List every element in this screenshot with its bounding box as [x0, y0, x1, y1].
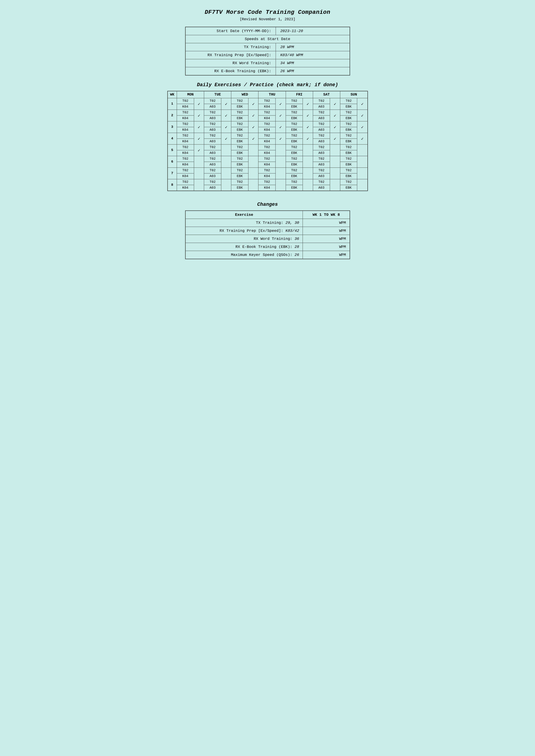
changes-label-2: RX Word Training: 36 [185, 235, 303, 243]
wk-cell-3: 3 [168, 122, 177, 133]
check-sun-wk4: ✓ [357, 133, 368, 145]
ex2-sun-wk2: EBK [340, 116, 357, 122]
ex1-sun-wk1: T02 [340, 98, 357, 104]
ex1-wed-wk8: T02 [231, 179, 248, 185]
ex1-sat-wk2: T02 [313, 110, 330, 116]
check-wed-wk5 [248, 145, 259, 156]
ex1-tue-wk1: T02 [204, 98, 221, 104]
week-row-8-ex1: 8T02T02T02T02T02T02T02 [168, 179, 368, 185]
rx-prep-label: RX Training Prep [Ex/Speed]: [185, 51, 276, 59]
check-wed-wk3: ✓ [248, 122, 259, 133]
ex1-mon-wk7: T02 [177, 168, 194, 174]
ex2-tue-wk7: A03 [204, 174, 221, 179]
rx-word-value: 34 WPM [276, 59, 350, 67]
start-date-value: 2023-11-20 [276, 27, 350, 35]
ex1-fri-wk2: T02 [286, 110, 303, 116]
ex2-thu-wk8: K04 [259, 185, 276, 191]
checkmark-icon: ✓ [198, 125, 200, 130]
changes-row-0: TX Training: 29, 30WPM [185, 219, 350, 227]
changes-row-3: RX E-Book Training (EBK): 28WPM [185, 243, 350, 251]
ex2-mon-wk8: K04 [177, 185, 194, 191]
changes-title: Changes [14, 202, 521, 207]
header-mon: MON [177, 91, 204, 98]
check-thu-wk4: ✓ [275, 133, 286, 145]
checkmark-icon: ✓ [252, 114, 255, 118]
ex1-sat-wk5: T02 [313, 145, 330, 150]
ex2-tue-wk1: A03 [204, 104, 221, 110]
changes-table: Exercise WK 1 TO WK 8 TX Training: 29, 3… [185, 210, 350, 259]
ex2-thu-wk6: K04 [259, 162, 276, 168]
changes-row-2: RX Word Training: 36WPM [185, 235, 350, 243]
ex2-thu-wk7: K04 [259, 174, 276, 179]
ex1-wed-wk2: T02 [231, 110, 248, 116]
ex1-tue-wk2: T02 [204, 110, 221, 116]
header-tue: TUE [204, 91, 231, 98]
checkmark-icon: ✓ [198, 102, 200, 106]
ex2-sat-wk3: A03 [313, 127, 330, 133]
check-tue-wk7 [221, 168, 231, 179]
rx-prep-value: K03/40 WPM [276, 51, 350, 59]
ex1-fri-wk8: T02 [286, 179, 303, 185]
ex1-tue-wk3: T02 [204, 122, 221, 127]
ex2-sat-wk8: A03 [313, 185, 330, 191]
ex2-thu-wk2: K04 [259, 116, 276, 122]
ex1-fri-wk4: T02 [286, 133, 303, 139]
check-wed-wk2: ✓ [248, 110, 259, 122]
ex1-thu-wk8: T02 [259, 179, 276, 185]
ex2-wed-wk8: EBK [231, 185, 248, 191]
check-fri-wk1: ✓ [303, 98, 313, 110]
ex1-sun-wk3: T02 [340, 122, 357, 127]
header-wed: WED [231, 91, 259, 98]
ex2-sat-wk2: A03 [313, 116, 330, 122]
speeds-header: Speeds at Start Date [185, 35, 350, 43]
check-tue-wk4: ✓ [221, 133, 231, 145]
ex1-mon-wk1: T02 [177, 98, 194, 104]
ex2-sun-wk1: EBK [340, 104, 357, 110]
tx-label: TX Training: [185, 43, 276, 51]
header-fri: FRI [286, 91, 313, 98]
ex2-thu-wk3: K04 [259, 127, 276, 133]
checkmark-icon: ✓ [307, 125, 309, 130]
info-table: Start Date (YYYY-MM-DD): 2023-11-20 Spee… [185, 27, 350, 75]
changes-label-4: Maximum Keyer Speed (QSOs): 26 [185, 251, 303, 259]
ex2-mon-wk2: K04 [177, 116, 194, 122]
check-sat-wk8 [330, 179, 340, 191]
tx-row: TX Training: 28 WPM [185, 43, 350, 51]
checkmark-icon: ✓ [334, 125, 336, 130]
wk-cell-1: 1 [168, 98, 177, 110]
check-mon-wk7 [194, 168, 204, 179]
ex2-tue-wk4: A03 [204, 139, 221, 145]
ex1-thu-wk1: T02 [259, 98, 276, 104]
checkmark-icon: ✓ [307, 102, 309, 106]
check-tue-wk3: ✓ [221, 122, 231, 133]
rx-word-label: RX Word Training: [185, 59, 276, 67]
ex1-fri-wk1: T02 [286, 98, 303, 104]
check-sat-wk2: ✓ [330, 110, 340, 122]
ex2-sun-wk6: EBK [340, 162, 357, 168]
check-sat-wk3: ✓ [330, 122, 340, 133]
week-row-1-ex1: 1T02✓T02✓T02✓T02✓T02✓T02✓T02✓ [168, 98, 368, 104]
check-fri-wk8 [303, 179, 313, 191]
ex1-mon-wk6: T02 [177, 156, 194, 162]
ex1-sun-wk5: T02 [340, 145, 357, 150]
ex2-wed-wk1: EBK [231, 104, 248, 110]
rx-ebook-value: 26 WPM [276, 67, 350, 75]
ex2-wed-wk3: EBK [231, 127, 248, 133]
checkmark-icon: ✓ [225, 125, 228, 130]
wk-cell-7: 7 [168, 168, 177, 179]
ex1-fri-wk5: T02 [286, 145, 303, 150]
check-sun-wk5 [357, 145, 368, 156]
checkmark-icon: ✓ [279, 102, 282, 106]
check-tue-wk5 [221, 145, 231, 156]
ex2-fri-wk5: EBK [286, 150, 303, 156]
checkmark-icon: ✓ [279, 137, 282, 141]
ex1-sun-wk7: T02 [340, 168, 357, 174]
check-sat-wk7 [330, 168, 340, 179]
changes-row-4: Maximum Keyer Speed (QSOs): 26WPM [185, 251, 350, 259]
ex1-wed-wk4: T02 [231, 133, 248, 139]
check-sun-wk6 [357, 156, 368, 168]
ex1-wed-wk5: T02 [231, 145, 248, 150]
ex2-mon-wk1: K04 [177, 104, 194, 110]
ex1-sat-wk4: T02 [313, 133, 330, 139]
ex1-thu-wk4: T02 [259, 133, 276, 139]
